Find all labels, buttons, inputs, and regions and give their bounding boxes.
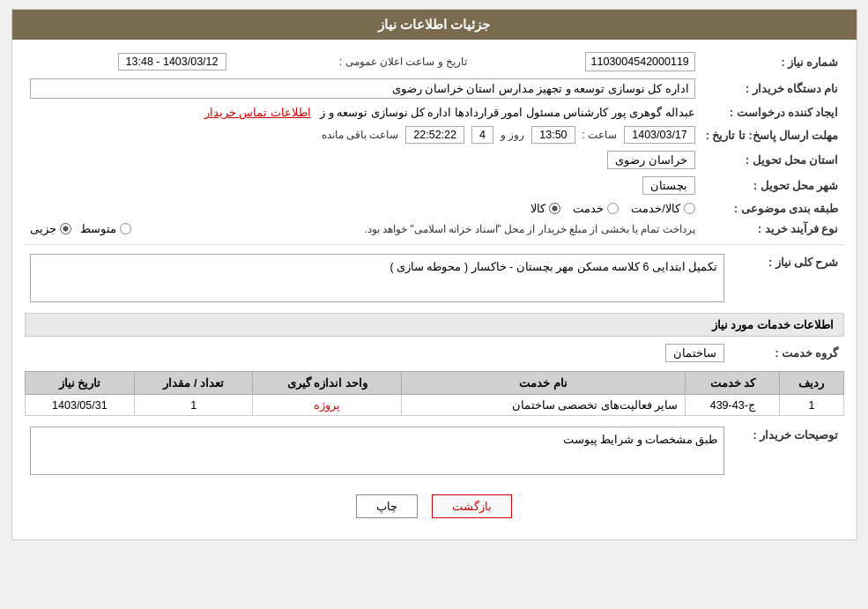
time-label: ساعت : [582, 129, 618, 141]
roz-value: 4 [471, 126, 493, 144]
tarekh-elan-value: 1403/03/12 - 13:48 [25, 48, 232, 75]
radio-circle-kala-khadamat [684, 203, 695, 214]
sharh-value-cell: تکمیل ابتدایی 6 کلاسه مسکن مهر بچستان - … [25, 250, 730, 306]
cell-kod: ج-43-439 [686, 395, 780, 416]
radio-khadamat-label: خدمت [573, 202, 604, 215]
nooe-farayand-label: نوع فرآیند خرید : [701, 219, 844, 239]
table-row: 1 ج-43-439 سایر فعالیت‌های تخصصی ساختمان… [25, 395, 843, 416]
mande-value: 22:52:22 [405, 126, 464, 144]
gorooh-value-cell: ساختمان [25, 340, 730, 366]
shahr-value: بچستان [25, 173, 701, 198]
radio-circle-khadamat [607, 203, 619, 214]
nam-dastgah-value: اداره کل نوسازی توسعه و تجهیز مدارس استا… [25, 75, 701, 102]
footer-buttons: بازگشت چاپ [25, 484, 844, 531]
print-button[interactable]: چاپ [356, 494, 418, 518]
col-radif: ردیف [780, 372, 843, 395]
ijad-konande-value: عبداله گوهری پور کارشناس مسئول امور قرار… [25, 102, 701, 123]
radio-jozii[interactable]: جزیی [30, 222, 71, 235]
ostan-label: استان محل تحویل : [701, 147, 844, 173]
radio-circle-motavasset [120, 223, 131, 234]
ijad-konande-label: ایجاد کننده درخواست : [701, 102, 844, 123]
divider-1 [25, 244, 844, 245]
cell-tedad: 1 [135, 395, 253, 416]
col-nam: نام خدمت [402, 372, 686, 395]
radio-kala-khadamat[interactable]: کالا/خدمت [631, 202, 694, 215]
col-tarikh: تاریخ نیاز [25, 372, 135, 395]
tosihaat-box: طبق مشخصات و شرایط پیوست [30, 427, 724, 475]
tosihaat-value: طبق مشخصات و شرایط پیوست [563, 434, 718, 446]
cell-tarikh: 1403/05/31 [25, 395, 135, 416]
radio-jozii-label: جزیی [30, 222, 56, 235]
ostan-value: خراسان رضوی [25, 147, 701, 173]
gorooh-section: گروه خدمت : ساختمان [25, 340, 844, 366]
col-kod: کد خدمت [686, 372, 780, 395]
tosihaat-value-cell: طبق مشخصات و شرایط پیوست [25, 423, 730, 479]
sharh-label: شرح کلی نیاز : [730, 250, 844, 306]
radio-motavasset[interactable]: متوسط [80, 222, 131, 235]
nooe-farayand-row: پرداخت تمام یا بخشی از مبلغ خریدار از مح… [25, 219, 701, 239]
back-button[interactable]: بازگشت [432, 494, 512, 518]
gorooh-value: ساختمان [665, 344, 724, 362]
farayand-desc: پرداخت تمام یا بخشی از مبلغ خریدار از مح… [140, 223, 695, 235]
tabaqe-label: طبقه بندی موضوعی : [701, 198, 844, 219]
radio-kala-label: کالا [530, 202, 545, 215]
mohlat-label: مهلت ارسال پاسخ: تا تاریخ : [701, 123, 844, 147]
cell-vahed: پروژه [253, 395, 402, 416]
tosihaat-label: توصیحات خریدار : [730, 423, 844, 479]
mande-label: ساعت باقی مانده [322, 129, 399, 141]
shomara-niaz-label: شماره نیاز : [701, 48, 844, 75]
tamaas-link[interactable]: اطلاعات تماس خریدار [204, 107, 311, 119]
mohlat-row: 1403/03/17 ساعت : 13:50 روز و 4 22:52:22… [25, 123, 701, 147]
page-title: جزئیات اطلاعات نیاز [12, 10, 857, 40]
nam-dastgah-label: نام دستگاه خریدار : [701, 75, 844, 102]
services-table: ردیف کد خدمت نام خدمت واحد اندازه گیری ت… [25, 371, 844, 416]
roz-label: روز و [501, 129, 524, 141]
radio-kala-khadamat-label: کالا/خدمت [631, 202, 679, 215]
main-container: جزئیات اطلاعات نیاز شماره نیاز : 1103004… [11, 9, 857, 540]
gorooh-label: گروه خدمت : [730, 340, 844, 366]
col-tedad: تعداد / مقدار [135, 372, 253, 395]
info-section: شماره نیاز : 1103004542000119 تاریخ و سا… [25, 48, 844, 239]
radio-kala[interactable]: کالا [530, 202, 560, 215]
radio-circle-kala [549, 203, 560, 214]
sharh-value: تکمیل ابتدایی 6 کلاسه مسکن مهر بچستان - … [30, 254, 724, 302]
tarekh-elan-label: تاریخ و ساعت اعلان عمومی : [232, 48, 472, 75]
tabaqe-row: کالا/خدمت خدمت کالا [25, 198, 701, 219]
time-value: 13:50 [531, 126, 575, 144]
shomara-niaz-value: 1103004542000119 [490, 48, 701, 75]
shahr-label: شهر محل تحویل : [701, 173, 844, 198]
col-vahed: واحد اندازه گیری [253, 372, 402, 395]
radio-motavasset-label: متوسط [80, 222, 116, 235]
tosihaat-section: توصیحات خریدار : طبق مشخصات و شرایط پیوس… [25, 423, 844, 479]
radio-circle-jozii [60, 223, 71, 234]
cell-radif: 1 [780, 395, 843, 416]
cell-nam: سایر فعالیت‌های تخصصی ساختمان [402, 395, 686, 416]
khadamat-header: اطلاعات خدمات مورد نیاز [25, 313, 844, 337]
date-value: 1403/03/17 [624, 126, 695, 144]
sharh-section: شرح کلی نیاز : تکمیل ابتدایی 6 کلاسه مسک… [25, 250, 844, 306]
radio-khadamat[interactable]: خدمت [573, 202, 619, 215]
